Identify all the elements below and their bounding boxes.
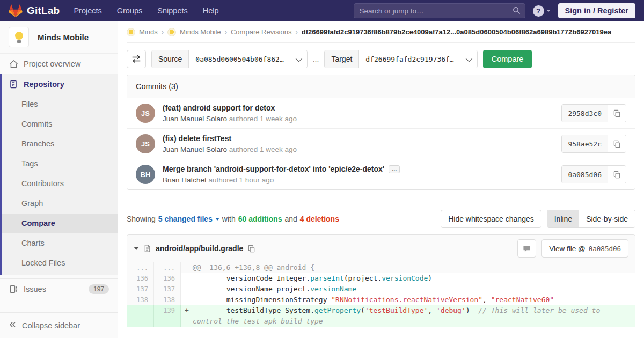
commit-sha[interactable]: 958ae52c [562, 135, 608, 152]
addition-sign: + [185, 305, 189, 316]
commit-author[interactable]: Brian Hatchet [163, 176, 207, 184]
diff-line-content: @@ -136,6 +136,8 @@ android { [181, 262, 635, 273]
sidebar-item-issues[interactable]: Issues 197 [0, 278, 118, 299]
home-icon [9, 60, 18, 69]
diff-file-header: android/app/build.gradle View file @ [127, 235, 635, 262]
commit-meta: authored 1 week ago [229, 115, 297, 123]
new-line-number[interactable]: 137 [154, 284, 181, 295]
gitlab-tanuki-icon [9, 4, 23, 18]
issues-count-badge: 197 [89, 284, 109, 294]
nav-snippets[interactable]: Snippets [157, 6, 187, 15]
additions-count: 60 additions [238, 215, 282, 223]
commit-author[interactable]: Juan Manuel Solaro [163, 115, 227, 123]
project-avatar-icon [167, 28, 176, 36]
search-input[interactable] [354, 3, 525, 18]
sidebar-item-files[interactable]: Files [2, 94, 118, 114]
nav-projects[interactable]: Projects [74, 6, 101, 15]
commit-author[interactable]: Juan Manuel Solaro [163, 145, 227, 153]
ref-separator: ... [313, 55, 319, 63]
compare-button[interactable]: Compare [483, 50, 532, 68]
double-chevron-left-icon [9, 321, 17, 330]
changed-files-dropdown[interactable]: 5 changed files [158, 215, 219, 223]
breadcrumb-minds[interactable]: Minds [139, 28, 158, 36]
commit-title[interactable]: (fix) delete firstTest [163, 134, 231, 143]
breadcrumb-compare-revisions[interactable]: Compare Revisions [231, 28, 291, 36]
commit-row: JS (fix) delete firstTest Juan Manuel So… [127, 129, 635, 159]
commits-panel-header: Commits (3) [127, 75, 635, 98]
diff-line: 136136 versionCode Integer.parseInt(proj… [127, 273, 635, 284]
sidebar-item-tags[interactable]: Tags [2, 154, 118, 174]
main-menu: Projects Groups Snippets Help [74, 6, 218, 15]
signin-button[interactable]: Sign in / Register [558, 3, 635, 18]
nav-groups[interactable]: Groups [117, 6, 143, 15]
copy-sha-button[interactable] [608, 135, 626, 152]
breadcrumb-minds-mobile[interactable]: Minds Mobile [180, 28, 221, 36]
old-line-number[interactable] [127, 305, 154, 327]
swap-icon [132, 55, 141, 63]
sidebar-item-commits[interactable]: Commits [2, 114, 118, 134]
commit-title[interactable]: Merge branch 'android-support-for-detox'… [163, 165, 384, 173]
gitlab-wordmark: GitLab [27, 5, 60, 17]
commit-sha[interactable]: 2958d3c0 [562, 105, 608, 122]
sidebar-item-repository[interactable]: Repository [2, 74, 118, 94]
lightbulb-icon [15, 32, 23, 40]
old-line-number[interactable]: ... [127, 262, 154, 273]
commit-sha[interactable]: 0a085d06 [562, 166, 608, 183]
comment-bubble-icon [523, 245, 531, 253]
help-icon: ? [533, 5, 544, 17]
view-file-button[interactable]: View file @ 0a085d06 [541, 239, 628, 258]
file-icon [143, 244, 151, 253]
commits-panel: Commits (3) JS (feat) android support fo… [127, 75, 635, 190]
diff-line-content: + testBuildType System.getProperty('test… [181, 305, 635, 327]
hide-whitespace-button[interactable]: Hide whitespace changes [441, 210, 541, 228]
diff-line: 139+ testBuildType System.getProperty('t… [127, 305, 635, 327]
toggle-comments-button[interactable] [517, 239, 536, 258]
commit-row: BH Merge branch 'android-support-for-det… [127, 159, 635, 189]
sidebar-item-locked-files[interactable]: Locked Files [2, 253, 118, 273]
old-line-number[interactable]: 138 [127, 295, 154, 305]
old-line-number[interactable]: 136 [127, 273, 154, 284]
inline-view-button[interactable]: Inline [547, 210, 579, 227]
caret-down-icon [215, 218, 219, 221]
source-ref-dropdown[interactable]: Source 0a085d0600504b06f862… [151, 50, 308, 68]
diff-file-name[interactable]: android/app/build.gradle [156, 244, 243, 253]
target-ref-dropdown[interactable]: Target df26699fafd2c919736f… [324, 50, 477, 68]
help-dropdown[interactable]: ? [533, 5, 551, 17]
breadcrumb: Minds › Minds Mobile › Compare Revisions… [127, 21, 635, 43]
chevron-down-icon [546, 10, 551, 12]
diff-line: 138138 missingDimensionStrategy "RNNotif… [127, 295, 635, 305]
sidebar-section-repository: Repository Files Commits Branches Tags C… [0, 74, 118, 275]
sidebar-item-contributors[interactable]: Contributors [2, 174, 118, 194]
old-line-number[interactable]: 137 [127, 284, 154, 295]
sidebar-item-compare[interactable]: Compare [2, 214, 118, 233]
new-line-number[interactable]: 138 [154, 295, 181, 305]
commit-description-expander[interactable]: ... [389, 165, 400, 173]
gitlab-logo[interactable]: GitLab [9, 4, 60, 18]
commit-row: JS (feat) android support for detox Juan… [127, 98, 635, 129]
diff-line-content: versionCode Integer.parseInt(project.ver… [181, 273, 635, 284]
project-title: Minds Mobile [38, 33, 89, 42]
new-line-number[interactable]: ... [154, 262, 181, 273]
main-content: Minds › Minds Mobile › Compare Revisions… [118, 21, 644, 338]
sidebar-item-project-overview[interactable]: Project overview [0, 54, 118, 74]
search-box [354, 3, 525, 18]
sidebar-item-charts[interactable]: Charts [2, 233, 118, 253]
copy-file-path-icon[interactable] [247, 245, 255, 253]
issues-icon [9, 285, 18, 293]
collapse-sidebar-button[interactable]: Collapse sidebar [0, 312, 118, 338]
copy-sha-button[interactable] [608, 105, 626, 122]
new-line-number[interactable]: 139 [154, 305, 181, 327]
new-line-number[interactable]: 136 [154, 273, 181, 284]
swap-revisions-button[interactable] [127, 50, 146, 68]
commit-title[interactable]: (feat) android support for detox [163, 104, 275, 112]
side-by-side-view-button[interactable]: Side-by-side [579, 210, 635, 227]
project-context-header[interactable]: Minds Mobile [0, 21, 118, 54]
nav-help[interactable]: Help [203, 6, 219, 15]
source-label: Source [152, 50, 189, 68]
sidebar-item-graph[interactable]: Graph [2, 194, 118, 214]
copy-sha-button[interactable] [608, 166, 626, 183]
sidebar-item-branches[interactable]: Branches [2, 134, 118, 154]
collapse-diff-caret-icon[interactable] [134, 247, 139, 250]
breadcrumb-current-sha: df26699fafd2c919736f86b879b2ce4009af7a12… [302, 28, 612, 36]
diff-file-panel: android/app/build.gradle View file @ [127, 234, 635, 327]
